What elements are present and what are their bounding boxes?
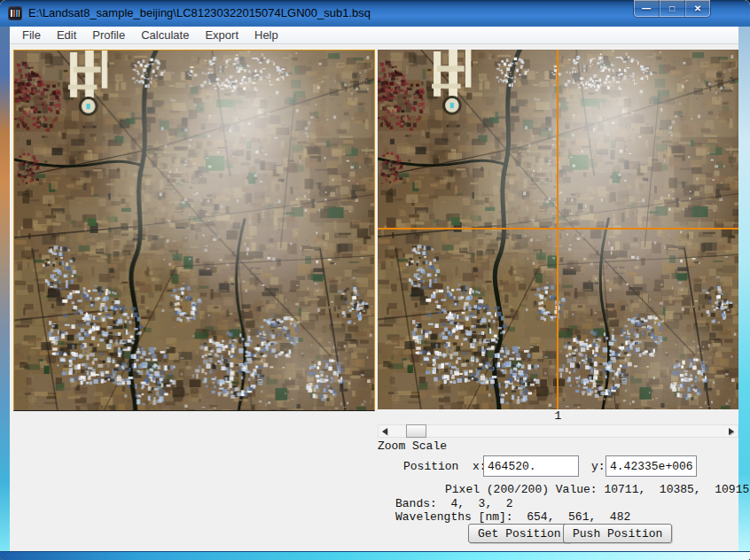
zoom-image-panel[interactable] xyxy=(13,50,375,411)
pixel-info-label: Pixel (200/200) Value: 10711, 10385, 109… xyxy=(445,483,749,496)
scrollbar-left-arrow[interactable] xyxy=(379,425,391,437)
scrollbar-right-arrow[interactable] xyxy=(725,425,738,437)
menu-profile[interactable]: Profile xyxy=(84,27,133,43)
position-x-label: Position x: xyxy=(403,460,487,473)
zoom-image-canvas[interactable] xyxy=(14,51,374,410)
get-position-button[interactable]: Get Position xyxy=(468,524,571,543)
zoom-value-label: 1 xyxy=(378,409,738,423)
minimize-button[interactable]: — xyxy=(634,0,659,17)
position-y-input[interactable] xyxy=(605,455,697,477)
close-icon: ✕ xyxy=(694,4,701,13)
right-arrow-icon xyxy=(729,428,734,435)
position-y-label: y: xyxy=(591,460,605,473)
menu-help[interactable]: Help xyxy=(246,27,286,43)
menu-edit[interactable]: Edit xyxy=(49,27,84,43)
scrollbar-thumb[interactable] xyxy=(406,424,426,438)
overview-image-panel[interactable] xyxy=(378,50,738,409)
maximize-button[interactable]: □ xyxy=(659,0,684,17)
zoom-scale-scrollbar[interactable] xyxy=(378,424,738,438)
window-controls: — □ ✕ xyxy=(633,0,711,18)
menu-file[interactable]: File xyxy=(14,27,49,43)
menu-export[interactable]: Export xyxy=(197,27,246,43)
wavelengths-info-label: Wavelengths [nm]: 654, 561, 482 xyxy=(395,510,630,524)
crosshair-vertical-line xyxy=(557,50,559,409)
left-arrow-icon xyxy=(382,428,387,435)
app-window: E:\Landsat8_sample_beijing\LC81230322015… xyxy=(0,0,750,560)
bands-info-label: Bands: 4, 3, 2 xyxy=(395,497,513,510)
menu-calculate[interactable]: Calculate xyxy=(133,27,197,43)
titlebar[interactable]: E:\Landsat8_sample_beijing\LC81230322015… xyxy=(0,0,750,27)
window-border-right xyxy=(738,27,750,551)
window-title: E:\Landsat8_sample_beijing\LC81230322015… xyxy=(28,6,371,19)
menubar: File Edit Profile Calculate Export Help xyxy=(10,27,738,44)
window-border-left xyxy=(0,27,10,551)
maximize-icon: □ xyxy=(669,4,675,13)
client-area: 1 Zoom Scale Position x: y: Pixel (200/2… xyxy=(10,44,738,551)
minimize-icon: — xyxy=(642,4,651,13)
window-border-bottom xyxy=(0,551,750,560)
position-x-input[interactable] xyxy=(483,455,579,477)
app-icon xyxy=(8,6,22,20)
crosshair-horizontal-line xyxy=(378,228,738,229)
zoom-scale-label: Zoom Scale xyxy=(378,439,447,453)
push-position-button[interactable]: Push Position xyxy=(563,524,672,543)
close-button[interactable]: ✕ xyxy=(684,0,710,17)
